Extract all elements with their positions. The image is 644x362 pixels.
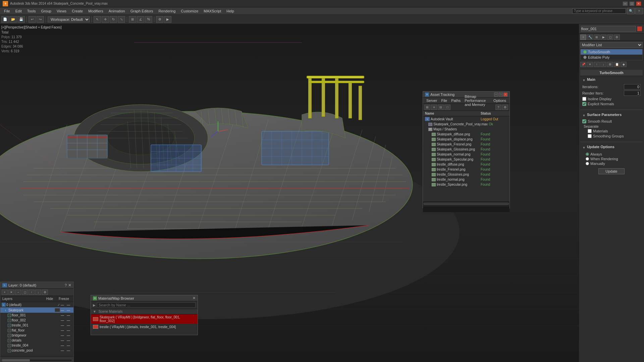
ts-update-button[interactable]: Update (598, 168, 624, 174)
mod-copy-btn[interactable]: ⊞ (607, 62, 613, 67)
layers-close-btn[interactable]: ✕ (68, 283, 71, 288)
save-btn[interactable]: 💾 (17, 16, 25, 23)
mod-paste-btn[interactable]: 📋 (614, 62, 620, 67)
at-settings-btn[interactable]: ⚙ (502, 105, 508, 110)
mod-move-up-btn[interactable]: ↑ (594, 62, 600, 67)
viewport[interactable]: [+][Perspective][Shaded + Edged Faces] T… (0, 24, 579, 362)
material-browser-close-btn[interactable]: ✕ (193, 296, 196, 300)
menu-file[interactable]: File (1, 8, 13, 14)
at-row-glossines[interactable]: Skatepark_Glossines.png Found (430, 147, 509, 152)
render-setup-btn[interactable]: ⚙ (156, 16, 163, 23)
at-row-trestle-glossines[interactable]: trestle_Glossines.png Found (430, 172, 509, 177)
at-minimize-btn[interactable]: ─ (494, 93, 498, 97)
ts-isoline-checkbox[interactable] (582, 97, 586, 101)
mod-make-unique-btn[interactable]: ◆ (621, 62, 627, 67)
help-btn[interactable]: ? (635, 8, 643, 14)
maximize-button[interactable]: □ (629, 1, 635, 6)
layer-row-floor002[interactable]: ○ floor_002 — — (0, 318, 73, 323)
at-row-specular[interactable]: Skatepark_Specular.png Found (430, 157, 509, 162)
at-row-normal[interactable]: Skatepark_normal.png Found (430, 152, 509, 157)
layers-select-btn[interactable]: ◻ (22, 290, 28, 295)
modifier-stack-editablepoly[interactable]: Editable Poly (581, 55, 642, 60)
scale-btn[interactable]: ⤡ (118, 16, 125, 23)
modifier-list-dropdown[interactable]: Modifier List (580, 42, 643, 48)
menu-modifiers[interactable]: Modifiers (86, 8, 106, 14)
move-btn[interactable]: ✛ (102, 16, 109, 23)
menu-edit[interactable]: Edit (13, 8, 24, 14)
at-row-trestle-fresnel[interactable]: trestle_Fresnel.png Found (430, 167, 509, 172)
material-item-skatepark[interactable]: Skatepark ( VRayMtl ) [bridgewor, flat_f… (91, 314, 198, 324)
at-tool-4[interactable]: □ (444, 105, 450, 110)
at-maximize-btn[interactable]: □ (499, 93, 503, 97)
tab-utilities[interactable]: ⚙ (614, 35, 620, 40)
layer-row-skatepark[interactable]: L Skatepark — — (0, 307, 73, 313)
at-row-fresnel[interactable]: Skatepark_Fresnel.png Found (430, 142, 509, 147)
at-menu-file[interactable]: File (439, 98, 449, 103)
object-name-input[interactable] (581, 26, 636, 32)
layers-gear-btn[interactable]: ⚙ (42, 290, 48, 295)
ts-always-radio[interactable] (586, 153, 589, 156)
at-close-btn[interactable]: ✕ (503, 93, 507, 97)
angle-snap[interactable]: ∠ (137, 16, 144, 23)
at-menu-server[interactable]: Server (424, 98, 439, 103)
layer-row-concrete-pool[interactable]: ○ concrete_pool — — (0, 348, 73, 353)
tab-motion[interactable]: ▶ (600, 35, 606, 40)
close-button[interactable]: ✕ (636, 1, 641, 6)
at-row-trestle-normal[interactable]: trestle_normal.png Found (430, 177, 509, 182)
mod-move-down-btn[interactable]: ↓ (600, 62, 606, 67)
layers-help-btn[interactable]: ? (65, 283, 67, 287)
select-btn[interactable]: ↖ (94, 16, 101, 23)
menu-create[interactable]: Create (69, 8, 86, 14)
modifier-stack-turbosmoothh[interactable]: TurboSmooth (581, 49, 642, 55)
menu-graph-editors[interactable]: Graph Editors (128, 8, 156, 14)
open-btn[interactable]: 📂 (9, 16, 17, 23)
menu-animation[interactable]: Animation (106, 8, 128, 14)
layer-row-details[interactable]: ○ details — — (0, 338, 73, 343)
menu-customize[interactable]: Customize (178, 8, 201, 14)
ts-smooth-result-checkbox[interactable] (582, 119, 586, 123)
at-tool-2[interactable]: ≡ (431, 105, 437, 110)
ts-explicit-normals-checkbox[interactable] (582, 102, 586, 106)
at-row-vault[interactable]: V Autodesk Vault Logged Out (423, 116, 509, 122)
ts-render-iters-input[interactable] (624, 90, 641, 96)
ts-manually-radio[interactable] (586, 162, 589, 165)
tab-create[interactable]: + (580, 35, 586, 40)
layer-row-default[interactable]: L 0 (default) ✓ — — (0, 302, 73, 307)
tab-hierarchy[interactable]: ⊞ (594, 35, 600, 40)
layer-row-bridgewor[interactable]: ○ bridgewor — — (0, 333, 73, 338)
at-row-trestle-diffuse[interactable]: trestle_diffuse.png Found (430, 162, 509, 167)
menu-views[interactable]: Views (54, 8, 69, 14)
new-btn[interactable]: 📄 (1, 16, 9, 23)
layer-row-flat-floor[interactable]: ○ flat_floor — — (0, 328, 73, 333)
ts-iterations-input[interactable] (624, 84, 641, 89)
at-help-btn[interactable]: ? (495, 105, 501, 110)
at-row-trestle-specular[interactable]: trestle_Specular.png Found (430, 182, 509, 187)
menu-help[interactable]: Help (224, 8, 237, 14)
at-menu-bitmap[interactable]: Bitmap Performance and Memory (463, 94, 491, 107)
tab-display[interactable]: ◻ (607, 35, 613, 40)
layers-new-btn[interactable]: + (2, 290, 8, 295)
material-item-trestle[interactable]: trestle ( VRayMtl ) [details, trestle_00… (91, 324, 198, 330)
layers-delete-btn[interactable]: ✕ (8, 290, 14, 295)
workspace-dropdown[interactable]: Workspace: Default (48, 16, 90, 22)
ts-materials-checkbox[interactable] (588, 129, 592, 133)
layers-add-selected-btn[interactable]: → (15, 290, 21, 295)
redo-btn[interactable]: ↪ (37, 16, 44, 23)
menu-group[interactable]: Group (38, 8, 54, 14)
at-row-maps-folder[interactable]: F Maps / Shaders (426, 127, 509, 132)
at-menu-paths[interactable]: Paths (449, 98, 463, 103)
at-row-maxfile[interactable]: Skatepark_Concrete_Pool_vray.max Ok (426, 122, 509, 127)
menu-tools[interactable]: Tools (24, 8, 39, 14)
menu-rendering[interactable]: Rendering (156, 8, 178, 14)
at-row-diffuse[interactable]: Skatepark_diffuse.png Found (430, 132, 509, 137)
tab-modify[interactable]: 🔧 (587, 35, 593, 40)
layers-move-down-btn[interactable]: ↓ (35, 290, 41, 295)
material-search-input[interactable] (97, 302, 196, 308)
object-color-swatch[interactable] (637, 26, 642, 31)
layer-row-floor001[interactable]: ○ floor_001 — — (0, 313, 73, 318)
percent-snap[interactable]: % (145, 16, 152, 23)
ts-when-rendering-radio[interactable] (586, 157, 589, 161)
layer-vis-btn-skatepark[interactable] (55, 308, 60, 312)
search-btn[interactable]: 🔍 (627, 8, 635, 14)
rotate-btn[interactable]: ↻ (110, 16, 117, 23)
